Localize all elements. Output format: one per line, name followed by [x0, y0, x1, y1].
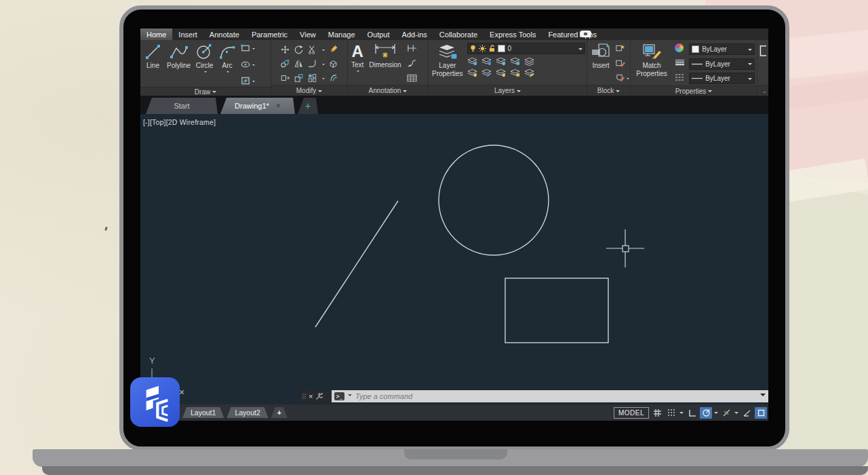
match-properties-button[interactable]: Match Properties	[633, 42, 671, 78]
layout2-tab[interactable]: Layout2	[226, 407, 268, 418]
panel-expand-icon[interactable]: ⌄	[762, 88, 767, 94]
stretch-icon[interactable]	[280, 73, 290, 83]
ribbon-tab-manage[interactable]: Manage	[322, 28, 361, 40]
command-prompt-caret-icon[interactable]	[348, 394, 352, 398]
table-icon[interactable]	[407, 73, 417, 83]
circle-button[interactable]: Circle	[194, 42, 215, 73]
color-wheel-icon[interactable]	[675, 43, 684, 52]
dimension-button[interactable]: Dimension	[368, 42, 402, 69]
create-block-icon[interactable]	[615, 43, 625, 53]
ribbon-tab-view[interactable]: View	[294, 28, 322, 40]
leader-icon[interactable]	[407, 58, 417, 68]
edit-block-icon[interactable]	[615, 58, 625, 68]
insert-block-button[interactable]: Insert	[589, 42, 612, 70]
polyline-button[interactable]: Polyline	[165, 42, 192, 70]
panel-block-footer[interactable]: Block	[587, 85, 630, 96]
array-icon[interactable]	[307, 73, 317, 83]
file-tab-drawing1[interactable]: Drawing1* ×	[220, 98, 295, 114]
file-tab-close-icon[interactable]: ×	[276, 101, 281, 111]
lineweight-dropdown[interactable]: ByLayer	[689, 58, 755, 70]
line-button[interactable]: Line	[142, 42, 163, 70]
snap-caret-icon[interactable]	[679, 412, 684, 416]
ortho-mode-button[interactable]	[686, 407, 698, 419]
object-snap-button[interactable]	[755, 407, 767, 419]
move-icon[interactable]	[280, 45, 290, 54]
linetype-dropdown[interactable]: ByLayer	[689, 73, 755, 84]
ribbon-tab-parametric[interactable]: Parametric	[245, 28, 294, 40]
iso-drafting-button[interactable]	[720, 407, 732, 419]
polar-tracking-button[interactable]	[700, 407, 712, 419]
new-drawing-button[interactable]: +	[298, 98, 318, 114]
object-color-dropdown[interactable]: ByLayer	[689, 43, 755, 55]
linetype-icon[interactable]	[675, 73, 685, 81]
rotate-icon[interactable]	[294, 45, 304, 54]
edit-attributes-icon[interactable]	[615, 73, 625, 83]
command-close-icon[interactable]: ×	[309, 393, 313, 400]
grid-display-button[interactable]	[651, 407, 663, 419]
explode-icon[interactable]	[328, 59, 338, 69]
close-mark[interactable]: ×	[179, 387, 184, 398]
viewport-controls[interactable]: [-][Top][2D Wireframe]	[143, 118, 216, 126]
layer-unlock-tool-icon[interactable]	[510, 68, 520, 77]
layer-settings-icon[interactable]	[496, 56, 506, 66]
layout1-tab[interactable]: Layout1	[182, 407, 224, 418]
command-bar-handle[interactable]: ×	[300, 390, 332, 402]
panel-layers-footer[interactable]: Layers	[429, 85, 587, 96]
layer-properties-button[interactable]: Layer Properties	[431, 42, 465, 78]
file-tab-start[interactable]: Start	[146, 98, 218, 114]
layer-thaw-all-icon[interactable]	[496, 68, 506, 77]
panel-block: Insert Block	[587, 40, 630, 96]
wrench-icon[interactable]	[315, 393, 323, 400]
text-button[interactable]: A Text	[350, 42, 365, 73]
mirror-icon[interactable]	[294, 59, 304, 69]
command-history-caret-icon[interactable]	[760, 394, 766, 399]
drawing-area[interactable]: Y × [-][Top][2D Wireframe] × >_	[140, 114, 768, 404]
ribbon-display-toggle-icon[interactable]	[580, 31, 591, 37]
layer-freeze-icon[interactable]	[481, 56, 492, 66]
object-snap-tracking-button[interactable]	[741, 407, 753, 419]
snap-mode-button[interactable]	[665, 407, 677, 419]
erase-icon[interactable]	[328, 45, 338, 54]
layer-match-icon[interactable]	[481, 68, 492, 77]
iso-drafting-icon	[722, 408, 731, 417]
hatch-tool-button[interactable]	[241, 76, 255, 86]
rectangle-tool-button[interactable]	[241, 43, 255, 53]
pc-logo-icon	[135, 382, 176, 423]
polar-caret-icon[interactable]	[714, 412, 718, 416]
multileader-icon[interactable]	[407, 43, 417, 53]
layer-lock-icon[interactable]	[510, 56, 520, 66]
iso-caret-icon[interactable]	[734, 412, 738, 416]
lineweight-icon[interactable]	[675, 59, 685, 67]
command-input[interactable]: >_ Type a command	[332, 390, 768, 402]
panel-draw-footer[interactable]: Draw	[140, 87, 271, 96]
drawing-canvas[interactable]: Y ×	[140, 114, 768, 404]
layer-change-icon[interactable]	[524, 68, 534, 77]
ribbon-tab-featured-apps[interactable]: Featured Apps	[542, 28, 603, 40]
current-layer-name: 0	[508, 45, 512, 52]
offset-icon[interactable]	[328, 73, 338, 83]
layout-tabs: Layout1 Layout2 +	[182, 407, 288, 418]
ribbon-tab-insert[interactable]: Insert	[172, 28, 203, 40]
layer-on-off-icon[interactable]	[467, 68, 477, 77]
ribbon-tab-annotate[interactable]: Annotate	[203, 28, 245, 40]
ribbon-tab-home[interactable]: Home	[140, 28, 172, 40]
panel-properties-footer[interactable]: Properties ⌄	[631, 86, 757, 96]
layer-stack-icon[interactable]	[524, 56, 534, 66]
ribbon-tab-express-tools[interactable]: Express Tools	[484, 28, 542, 40]
copy-icon[interactable]	[280, 59, 290, 69]
scale-icon[interactable]	[294, 73, 304, 83]
layer-isolate-icon[interactable]	[467, 56, 477, 66]
fillet-icon[interactable]	[307, 59, 317, 69]
new-layout-button[interactable]: +	[271, 407, 288, 418]
text-icon: A	[352, 43, 363, 60]
ribbon-tab-addins[interactable]: Add-ins	[396, 28, 433, 40]
trim-icon[interactable]	[307, 45, 317, 54]
model-space-button[interactable]: MODEL	[614, 407, 649, 419]
layer-dropdown[interactable]: 0	[467, 43, 585, 54]
ellipse-tool-button[interactable]	[241, 60, 255, 69]
panel-annotation-footer[interactable]: Annotation	[348, 85, 428, 96]
arc-button[interactable]: Arc	[217, 42, 237, 73]
ribbon-tab-collaborate[interactable]: Collaborate	[433, 28, 484, 40]
panel-modify-footer[interactable]: Modify	[271, 85, 347, 96]
ribbon-tab-output[interactable]: Output	[361, 28, 396, 40]
